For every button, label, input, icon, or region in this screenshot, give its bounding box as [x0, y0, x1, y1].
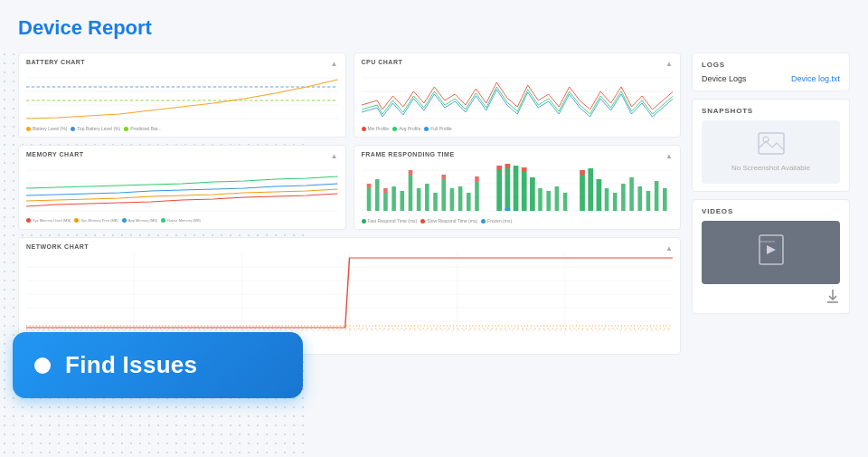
battery-chart-card: BATTERY CHART ▲	[18, 52, 346, 138]
svg-rect-27	[416, 188, 420, 211]
snapshots-section: SNAPSHOTS No Screenshot Available	[692, 99, 850, 192]
page-title: Device Report	[18, 16, 850, 40]
svg-rect-59	[637, 186, 642, 211]
svg-rect-45	[530, 177, 535, 211]
svg-rect-39	[505, 168, 510, 211]
find-issues-label: Find Issues	[65, 351, 197, 379]
svg-rect-61	[654, 181, 658, 211]
logs-section-title: LOGS	[702, 61, 840, 69]
video-download-row	[702, 289, 840, 306]
svg-rect-38	[496, 166, 502, 170]
frame-chart-collapse[interactable]: ▲	[664, 150, 675, 161]
svg-marker-78	[767, 245, 776, 254]
battery-chart-title: BATTERY CHART	[26, 59, 338, 65]
logs-section: LOGS Device Logs Device log.txt	[692, 52, 850, 91]
cpu-legend: Min Profile Avg Profile Full Profile	[362, 126, 674, 131]
battery-chart-area	[26, 69, 338, 123]
battery-legend: Battery Level (%) Top Battery Level (%) …	[26, 126, 338, 131]
svg-rect-41	[505, 208, 510, 211]
svg-rect-43	[521, 172, 526, 211]
cpu-chart-area	[362, 69, 674, 123]
svg-rect-21	[383, 193, 388, 211]
battery-chart-collapse[interactable]: ▲	[329, 58, 340, 69]
svg-rect-30	[441, 179, 446, 211]
svg-rect-36	[475, 176, 479, 181]
snapshots-section-title: SNAPSHOTS	[702, 107, 840, 115]
svg-rect-22	[383, 188, 388, 193]
find-issues-circle-icon	[34, 357, 51, 374]
videos-section-title: VIDEOS	[702, 207, 840, 215]
svg-rect-51	[580, 170, 585, 175]
cpu-chart-collapse[interactable]: ▲	[664, 58, 675, 69]
svg-rect-49	[562, 193, 567, 211]
no-screenshot-text: No Screenshot Available	[731, 164, 810, 172]
svg-rect-37	[496, 170, 502, 211]
svg-rect-74	[759, 133, 784, 154]
svg-rect-47	[546, 191, 551, 211]
video-file-icon	[759, 234, 784, 271]
charts-area: BATTERY CHART ▲	[18, 52, 681, 355]
svg-rect-32	[449, 188, 454, 211]
memory-legend: Sys Memory Used (MB) Sys Memory Free (MB…	[26, 218, 338, 223]
memory-chart-collapse[interactable]: ▲	[329, 150, 340, 161]
svg-rect-54	[596, 179, 601, 211]
memory-chart-title: MEMORY CHART	[26, 151, 338, 157]
svg-rect-18	[366, 188, 371, 211]
charts-row-1: BATTERY CHART ▲	[18, 52, 681, 138]
svg-rect-46	[538, 188, 542, 211]
svg-rect-20	[374, 179, 379, 211]
device-logs-label: Device Logs	[702, 74, 747, 83]
device-log-link[interactable]: Device log.txt	[791, 74, 840, 83]
svg-rect-40	[505, 164, 510, 168]
memory-chart-card: MEMORY CHART ▲	[18, 145, 346, 230]
svg-rect-58	[629, 177, 634, 211]
snapshot-placeholder: No Screenshot Available	[702, 120, 840, 184]
find-issues-button[interactable]: Find Issues	[13, 332, 303, 398]
network-chart-collapse[interactable]: ▲	[664, 243, 675, 253]
videos-section: VIDEOS	[692, 199, 850, 314]
frame-legend: Fast Respond Time (ms) Slow Respond Time…	[362, 218, 674, 224]
svg-rect-23	[392, 186, 396, 211]
video-thumbnail[interactable]	[702, 221, 840, 284]
image-icon	[758, 132, 785, 160]
network-chart-area	[26, 253, 673, 335]
svg-rect-28	[425, 184, 429, 211]
svg-rect-50	[580, 175, 585, 211]
svg-rect-52	[588, 168, 593, 211]
svg-rect-56	[612, 193, 617, 211]
svg-rect-31	[441, 175, 446, 179]
svg-rect-25	[408, 175, 412, 211]
svg-rect-24	[400, 191, 404, 211]
svg-rect-19	[366, 184, 371, 188]
svg-rect-48	[554, 186, 559, 211]
frame-chart-card: FRAME RESPONDING TIME ▲	[354, 145, 682, 230]
svg-rect-29	[433, 193, 438, 211]
svg-rect-33	[458, 186, 462, 211]
svg-rect-55	[604, 188, 609, 211]
sidebar: LOGS Device Logs Device log.txt SNAPSHOT…	[692, 52, 850, 355]
svg-rect-35	[475, 181, 479, 211]
cpu-chart-title: CPU CHART	[362, 59, 674, 65]
svg-rect-42	[513, 166, 518, 211]
logs-row: Device Logs Device log.txt	[702, 74, 840, 83]
charts-row-2: MEMORY CHART ▲	[18, 145, 681, 230]
network-chart-title: NETWORK CHART	[26, 243, 673, 250]
svg-rect-44	[521, 167, 526, 172]
frame-chart-title: FRAME RESPONDING TIME	[362, 151, 674, 157]
memory-chart-area	[26, 161, 338, 215]
svg-rect-62	[663, 188, 667, 211]
svg-rect-57	[621, 184, 626, 211]
svg-rect-34	[466, 193, 470, 211]
cpu-chart-card: CPU CHART ▲	[354, 52, 682, 138]
svg-rect-26	[408, 170, 412, 175]
frame-chart-area	[362, 161, 674, 215]
svg-rect-60	[646, 191, 650, 211]
download-icon[interactable]	[826, 289, 840, 306]
